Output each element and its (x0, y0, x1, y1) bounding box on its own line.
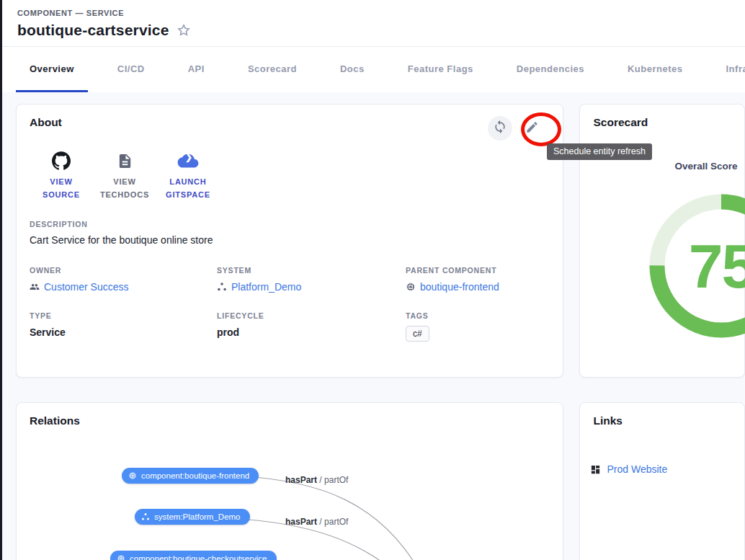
links-card: Links Prod Website (579, 402, 745, 560)
system-label: SYSTEM (217, 266, 406, 275)
lifecycle-value: prod (217, 326, 406, 338)
tooltip: Schedule entity refresh (547, 143, 652, 160)
parent-component-label: PARENT COMPONENT (406, 266, 550, 275)
entity-header: COMPONENT — SERVICE boutique-cartservice (0, 0, 745, 47)
tab-bar: Overview CI/CD API Scorecard Docs Featur… (0, 47, 745, 92)
star-favorite-icon[interactable] (177, 23, 191, 37)
tab-overview[interactable]: Overview (16, 47, 88, 92)
score-value: 75 (649, 194, 745, 338)
links-card-title: Links (593, 414, 731, 427)
relations-card: Relations component:boutique-frontend sy… (16, 402, 563, 560)
view-techdocs-label: VIEWTECHDOCS (100, 176, 149, 201)
refresh-button[interactable] (488, 116, 512, 141)
description-value: Cart Service for the boutique online sto… (30, 234, 550, 246)
github-icon (52, 151, 71, 171)
tags-label: TAGS (406, 311, 550, 320)
type-value: Service (30, 326, 217, 338)
type-label: TYPE (30, 311, 217, 320)
tab-kubernetes[interactable]: Kubernetes (614, 47, 697, 92)
launch-gitspace-label: LAUNCHGITSPACE (166, 176, 210, 201)
view-source-label: VIEWSOURCE (43, 176, 80, 201)
system-link[interactable]: Platform_Demo (231, 281, 301, 293)
view-techdocs-button[interactable]: VIEWTECHDOCS (93, 151, 156, 201)
tag-chip[interactable]: c# (406, 326, 429, 342)
tab-feature-flags[interactable]: Feature Flags (394, 47, 487, 92)
launch-gitspace-button[interactable]: ❯ LAUNCHGITSPACE (156, 151, 220, 201)
pencil-icon (525, 120, 539, 137)
system-icon (141, 512, 150, 521)
owner-label: OWNER (30, 266, 217, 275)
dashboard-icon (590, 464, 601, 475)
overall-score-label: Overall Score (674, 161, 737, 172)
component-chip-icon (128, 471, 137, 480)
about-actions: VIEWSOURCE VIEWTECHDOCS ❯ (30, 151, 550, 201)
tab-docs[interactable]: Docs (326, 47, 378, 92)
about-card-title: About (30, 116, 62, 129)
component-chip-icon (117, 554, 125, 560)
owner-link[interactable]: Customer Success (44, 281, 128, 293)
description-label: DESCRIPTION (30, 220, 550, 228)
refresh-icon (493, 120, 507, 137)
tab-dependencies[interactable]: Dependencies (503, 47, 598, 92)
about-card: About (16, 104, 563, 378)
tab-infrastructure[interactable]: Infrastructure (713, 47, 745, 92)
lifecycle-label: LIFECYCLE (217, 311, 406, 320)
parent-component-link[interactable]: boutique-frontend (420, 281, 499, 293)
people-icon (30, 282, 40, 292)
tab-scorecard[interactable]: Scorecard (234, 47, 311, 92)
tab-api[interactable]: API (174, 47, 218, 92)
tab-cicd[interactable]: CI/CD (104, 47, 159, 92)
nav-edge-strip (0, 0, 2, 560)
relations-graph[interactable]: component:boutique-frontend system:Platf… (17, 403, 563, 560)
breadcrumb: COMPONENT — SERVICE (17, 9, 728, 17)
edge-label-haspart-2: hasPart / partOf (285, 517, 348, 527)
relation-node-boutique-frontend[interactable]: component:boutique-frontend (122, 468, 259, 484)
overview-content: About (0, 92, 745, 560)
edge-label-haspart-1: hasPart / partOf (285, 475, 348, 485)
scorecard-card-title: Scorecard (593, 116, 731, 129)
link-row-prod-website[interactable]: Prod Website (590, 463, 667, 475)
score-gauge: 75 (649, 194, 745, 338)
cloud-gitspace-icon: ❯ (177, 151, 199, 171)
relation-node-platform-demo[interactable]: system:Platform_Demo (135, 509, 250, 525)
component-chip-icon (406, 282, 416, 292)
relation-node-boutique-checkoutservice[interactable]: component:boutique-checkoutservice (110, 551, 277, 560)
edit-button[interactable] (522, 119, 541, 138)
prod-website-link[interactable]: Prod Website (607, 463, 667, 475)
view-source-button[interactable]: VIEWSOURCE (30, 151, 93, 201)
document-icon (117, 151, 133, 171)
system-icon (217, 282, 227, 292)
page-title: boutique-cartservice (17, 22, 169, 39)
